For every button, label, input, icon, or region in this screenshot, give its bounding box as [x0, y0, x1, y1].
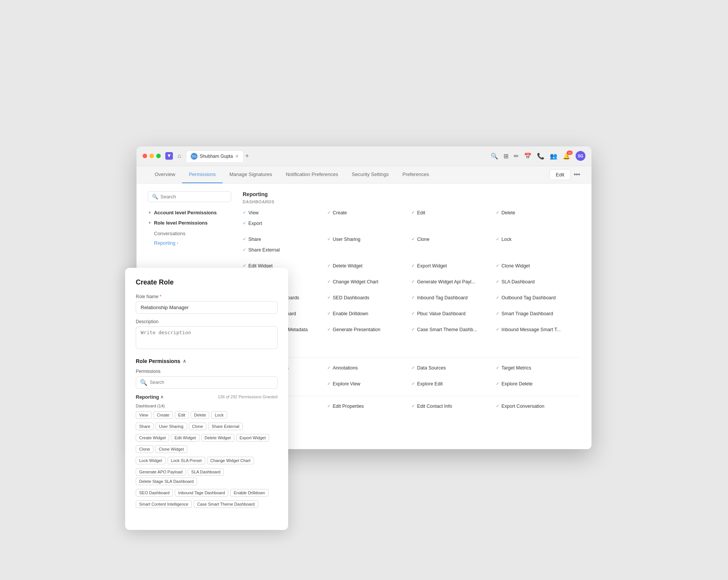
- tag-group-7: SEO Dashboard Inbound Tage Dashboard Ena…: [136, 489, 278, 497]
- tag-edit-widget[interactable]: Edit Widget: [171, 434, 199, 442]
- perm-row-reports-1: ✓Scheduled Reports ✓Annotations ✓Data So…: [243, 364, 580, 372]
- perm-annotations: ✓Annotations: [327, 364, 412, 372]
- tab-close-icon[interactable]: ✕: [235, 154, 239, 159]
- app-logo: [165, 152, 173, 160]
- tag-user-sharing[interactable]: User Sharing: [155, 423, 187, 430]
- tag-case-smart-theme[interactable]: Case Smart Theme Dashboard: [194, 500, 258, 508]
- tag-lock[interactable]: Lock: [211, 411, 227, 419]
- perm-smart-triage: ✓Smart Triage Dashboard: [496, 310, 581, 318]
- tag-sla-dashboard[interactable]: SLA Dashboard: [188, 468, 224, 476]
- account-level-title[interactable]: ▼ Account level Permissions: [148, 210, 231, 215]
- tag-delete[interactable]: Delete: [191, 411, 210, 419]
- perms-search[interactable]: 🔍: [136, 376, 278, 389]
- reporting-title: Reporting ∧: [136, 394, 163, 400]
- perm-row-reports-2: ✓Explore Create ✓Explore View ✓Explore E…: [243, 380, 580, 388]
- tab-notification-preferences[interactable]: Notification Preferences: [279, 166, 345, 183]
- tab-manage-signatures[interactable]: Manage Signatures: [223, 166, 279, 183]
- tag-share-external[interactable]: Share External: [208, 423, 243, 430]
- perm-outbound-tag-dashboard: ✓Outbound Tag Dashboard: [496, 294, 581, 302]
- perm-generate-widget-api: ✓Generate Widget Api Payl...: [411, 278, 496, 286]
- role-name-input[interactable]: [136, 301, 278, 314]
- perm-row-3: ✓Edit Widget ✓Delete Widget ✓Export Widg…: [243, 262, 580, 270]
- tag-clone-2[interactable]: Clone: [136, 445, 154, 453]
- new-tab-button[interactable]: +: [245, 152, 249, 159]
- tag-edit[interactable]: Edit: [175, 411, 189, 419]
- edit-icon[interactable]: ✏: [514, 152, 519, 160]
- page-tabs: Overview Permissions Manage Signatures N…: [136, 166, 592, 184]
- perm-edit-properties: ✓Edit Properties: [327, 402, 412, 410]
- browser-nav-icons: 🔍 ⊞ ✏ 📅 📞 👥 🔔 20 SG: [491, 151, 585, 161]
- description-textarea[interactable]: [136, 326, 278, 349]
- collapse-icon[interactable]: ∧: [183, 358, 186, 364]
- phone-icon[interactable]: 📞: [537, 152, 544, 160]
- tags-row-1: View Create Edit Delete Lock: [136, 411, 278, 419]
- sidebar-search[interactable]: 🔍: [148, 191, 231, 202]
- perms-search-input[interactable]: [150, 380, 273, 385]
- edit-button[interactable]: Edit: [549, 169, 571, 180]
- tag-lock-sla-preset[interactable]: Lock SLA Preset: [168, 457, 205, 464]
- tag-clone[interactable]: Clone: [189, 423, 207, 430]
- tag-create[interactable]: Create: [154, 411, 173, 419]
- dialog-bottom-spacer: [136, 512, 278, 519]
- minimize-dot[interactable]: [149, 154, 154, 158]
- perm-pbuc-value: ✓Pbuc Value Dashboard: [411, 310, 496, 318]
- reporting-count: 136 of 292 Permissions Granted: [218, 395, 278, 399]
- tag-share[interactable]: Share: [136, 423, 154, 430]
- tag-clone-widget[interactable]: Clone Widget: [155, 445, 187, 453]
- more-options-icon[interactable]: •••: [574, 171, 580, 178]
- tags-row-6: Generate APO Payload SLA Dashboard Delet…: [136, 468, 278, 485]
- tag-generate-apo[interactable]: Generate APO Payload: [136, 468, 186, 476]
- browser-toolbar: ⌂ SG Shubham Gupta ✕ + 🔍 ⊞ ✏ 📅 📞 👥: [136, 146, 592, 166]
- tag-enable-drilldown[interactable]: Enable Drilldown: [230, 489, 268, 497]
- tag-smart-content-intelligence[interactable]: Smart Content Intelligence: [136, 500, 192, 508]
- window-controls: [143, 154, 161, 158]
- perm-explore-delete: ✓Explore Delete: [496, 380, 581, 388]
- tag-delete-widget[interactable]: Delete Widget: [201, 434, 234, 442]
- dialog-overlay: Create Role Role Name * Description Role…: [125, 268, 288, 530]
- role-level-title[interactable]: ▼ Role level Permissions: [148, 220, 231, 226]
- perm-row-contacts: ✓Export ✓Edit Properties ✓Edit Contact I…: [243, 402, 580, 410]
- bell-icon[interactable]: 🔔 20: [563, 152, 570, 160]
- grid-icon[interactable]: ⊞: [504, 152, 508, 160]
- perm-inbound-tag-dashboard: ✓Inbound Tag Dashboard: [411, 294, 496, 302]
- users-icon[interactable]: 👥: [550, 152, 557, 160]
- active-tab[interactable]: SG Shubham Gupta ✕: [186, 150, 244, 162]
- sidebar-item-conversations[interactable]: Conversations: [148, 229, 231, 238]
- perm-sed-dashboards: ✓SED Dashboards: [327, 294, 412, 302]
- search-icon[interactable]: 🔍: [491, 152, 498, 160]
- tags-row-2: Share User Sharing Clone Share External: [136, 423, 278, 430]
- tag-seo-dashboard[interactable]: SEO Dashboard: [136, 489, 173, 497]
- reporting-collapse-icon[interactable]: ∧: [160, 395, 163, 399]
- tab-user-icon: SG: [191, 153, 198, 160]
- tag-group-1: View Create Edit Delete Lock: [136, 411, 278, 419]
- perm-row-2: ✓Share ✓User Sharing ✓Clone ✓Lock ✓Share…: [243, 235, 580, 254]
- tag-change-widget-chart[interactable]: Change Widget Chart: [207, 457, 254, 464]
- tab-preferences[interactable]: Preferences: [395, 166, 436, 183]
- tab-label: Shubham Gupta: [200, 154, 233, 159]
- tag-inbound-tage-dashboard[interactable]: Inbound Tage Dashboard: [175, 489, 228, 497]
- tag-lock-widget[interactable]: Lock Widget: [136, 457, 166, 464]
- role-name-label: Role Name *: [136, 294, 278, 299]
- notification-badge: 20: [567, 151, 573, 155]
- perm-enable-drilldown: ✓Enable Drilldown: [327, 310, 412, 318]
- role-perms-title: Role Permissions ∧: [136, 358, 186, 364]
- sidebar-item-reporting[interactable]: Reporting ›: [148, 238, 231, 248]
- perm-change-widget-chart: ✓Change Widget Chart: [327, 278, 412, 286]
- calendar-icon[interactable]: 📅: [524, 152, 532, 160]
- user-avatar[interactable]: SG: [576, 151, 585, 161]
- tag-create-widget[interactable]: Create Widget: [136, 434, 169, 442]
- tab-security-settings[interactable]: Security Settings: [345, 166, 396, 183]
- maximize-dot[interactable]: [156, 154, 161, 158]
- tag-export-widget[interactable]: Export Widget: [236, 434, 269, 442]
- perm-clone: ✓Clone: [411, 235, 496, 244]
- reporting-section: Reporting ∧ 136 of 292 Permissions Grant…: [136, 394, 278, 508]
- tag-group-8: Smart Content Intelligence Case Smart Th…: [136, 500, 278, 508]
- home-icon[interactable]: ⌂: [177, 152, 181, 159]
- close-dot[interactable]: [143, 154, 147, 158]
- tab-permissions[interactable]: Permissions: [182, 166, 223, 183]
- tab-overview[interactable]: Overview: [148, 166, 182, 183]
- tag-delete-stage-sla[interactable]: Delete Stage SLA Dashboard: [136, 478, 197, 485]
- sidebar-search-input[interactable]: [160, 194, 227, 200]
- tag-view[interactable]: View: [136, 411, 152, 419]
- permissions-label: Permissions: [136, 369, 278, 374]
